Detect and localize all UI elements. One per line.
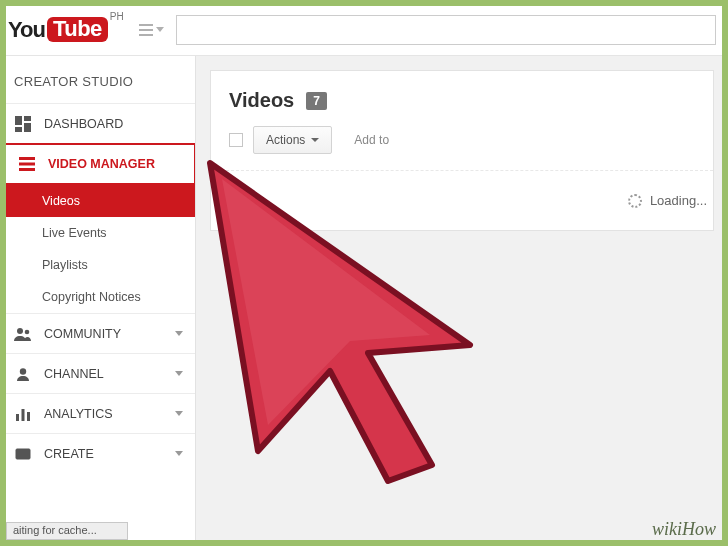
svg-rect-5 <box>19 163 35 166</box>
svg-rect-13 <box>16 449 30 459</box>
sub-copyright-notices[interactable]: Copyright Notices <box>0 281 195 313</box>
svg-rect-2 <box>24 123 31 132</box>
svg-rect-12 <box>27 412 30 421</box>
nav-video-manager[interactable]: VIDEO MANAGER <box>0 143 196 185</box>
nav-community-label: COMMUNITY <box>44 327 121 341</box>
creator-studio-title: CREATOR STUDIO <box>0 56 195 103</box>
caret-down-icon <box>156 27 164 32</box>
actions-button[interactable]: Actions <box>253 126 332 154</box>
actions-label: Actions <box>266 133 305 147</box>
search-box[interactable] <box>176 15 716 45</box>
analytics-icon <box>14 405 32 423</box>
nav-create[interactable]: CREATE <box>0 433 195 473</box>
search-input[interactable] <box>177 16 715 44</box>
top-header: You Tube PH <box>0 0 728 56</box>
nav-channel[interactable]: CHANNEL <box>0 353 195 393</box>
create-icon <box>14 445 32 463</box>
loading-text: Loading... <box>650 193 707 208</box>
svg-rect-6 <box>19 168 35 171</box>
chevron-down-icon <box>175 331 183 336</box>
nav-channel-label: CHANNEL <box>44 367 104 381</box>
youtube-logo[interactable]: You Tube PH <box>8 13 124 47</box>
nav-community[interactable]: COMMUNITY <box>0 313 195 353</box>
nav-create-label: CREATE <box>44 447 94 461</box>
nav-dashboard[interactable]: DASHBOARD <box>0 103 195 143</box>
spinner-icon <box>628 194 642 208</box>
select-all-checkbox[interactable] <box>229 133 243 147</box>
nav-dashboard-label: DASHBOARD <box>44 117 123 131</box>
sub-playlists[interactable]: Playlists <box>0 249 195 281</box>
videos-toolbar: Actions Add to <box>211 126 713 170</box>
nav-video-manager-label: VIDEO MANAGER <box>48 157 155 171</box>
video-count-badge: 7 <box>306 92 327 110</box>
svg-rect-0 <box>15 116 22 125</box>
dashboard-icon <box>14 115 32 133</box>
page-title: Videos <box>229 89 294 112</box>
community-icon <box>14 325 32 343</box>
svg-rect-3 <box>15 127 22 132</box>
videos-card: Videos 7 Actions Add to Loading... <box>210 70 714 231</box>
svg-rect-1 <box>24 116 31 121</box>
svg-point-9 <box>20 368 26 374</box>
logo-you: You <box>8 17 45 43</box>
svg-point-8 <box>25 329 30 334</box>
chevron-down-icon <box>175 371 183 376</box>
sidebar: CREATOR STUDIO DASHBOARD VIDEO MANAGER V… <box>0 56 196 546</box>
guide-toggle-button[interactable] <box>138 16 166 44</box>
channel-icon <box>14 365 32 383</box>
locale-badge: PH <box>110 11 124 22</box>
sub-videos[interactable]: Videos <box>0 185 195 217</box>
add-to-label: Add to <box>354 133 389 147</box>
video-manager-submenu: Videos Live Events Playlists Copyright N… <box>0 185 195 313</box>
loading-row: Loading... <box>211 170 713 230</box>
caret-down-icon <box>311 138 319 142</box>
browser-status-bar: aiting for cache... <box>6 522 128 540</box>
sub-live-events[interactable]: Live Events <box>0 217 195 249</box>
chevron-down-icon <box>175 451 183 456</box>
hamburger-icon <box>139 24 153 36</box>
svg-point-7 <box>17 328 23 334</box>
add-to-button[interactable]: Add to <box>342 126 401 154</box>
chevron-down-icon <box>175 411 183 416</box>
logo-tube: Tube <box>47 17 108 42</box>
svg-rect-10 <box>16 414 19 421</box>
main-content: Videos 7 Actions Add to Loading... <box>196 56 728 546</box>
svg-rect-4 <box>19 157 35 160</box>
nav-analytics-label: ANALYTICS <box>44 407 113 421</box>
video-manager-icon <box>18 155 36 173</box>
svg-rect-11 <box>22 409 25 421</box>
nav-analytics[interactable]: ANALYTICS <box>0 393 195 433</box>
